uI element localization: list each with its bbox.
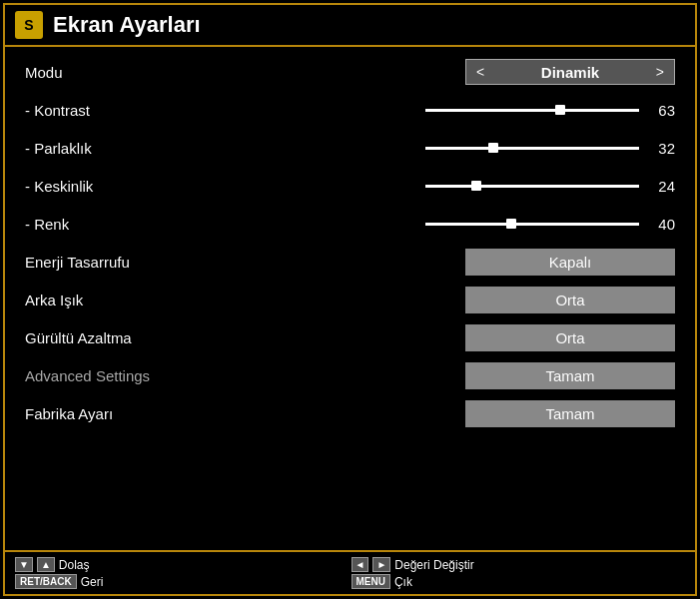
slider-value-keskinlik: 24 (647, 178, 675, 195)
slider-track-keskinlik (425, 185, 639, 188)
title-icon: S (15, 11, 43, 39)
main-window: S Ekran Ayarları Modu<Dinamik>- Kontrast… (3, 3, 697, 596)
selector-value-modu: Dinamik (494, 64, 646, 81)
control-renk: 40 (245, 216, 675, 233)
control-enerji[interactable]: Kapalı (245, 249, 675, 276)
label-kontrast: - Kontrast (25, 102, 245, 119)
slider-thumb-renk (506, 219, 516, 229)
chevron-left-icon[interactable]: < (466, 60, 494, 84)
row-arka-isik: Arka IşıkOrta (25, 283, 675, 316)
control-parlaklik: 32 (245, 140, 675, 157)
label-enerji: Enerji Tasarrufu (25, 254, 245, 271)
footer-item-navigate: ▼▲Dolaş (15, 557, 350, 572)
slider-thumb-kontrast (555, 105, 565, 115)
slider-value-renk: 40 (647, 216, 675, 233)
button-advanced[interactable]: Tamam (465, 362, 675, 389)
footer-label-menu: Çık (394, 575, 412, 589)
label-parlaklik: - Parlaklık (25, 140, 245, 157)
button-fabrika[interactable]: Tamam (465, 400, 675, 427)
footer-item-change: ◄►Değeri Değiştir (351, 557, 686, 572)
key-up-icon: ▲ (37, 557, 55, 572)
label-modu: Modu (25, 64, 245, 81)
footer-label-back: Geri (81, 575, 104, 589)
key-menu: MENU (351, 574, 390, 589)
label-fabrika: Fabrika Ayarı (25, 405, 245, 422)
key-right-icon: ► (372, 557, 390, 572)
slider-value-kontrast: 63 (647, 102, 675, 119)
row-renk: - Renk40 (25, 207, 675, 241)
slider-renk[interactable]: 40 (425, 216, 675, 233)
control-arka-isik[interactable]: Orta (245, 287, 675, 313)
row-advanced: Advanced SettingsTamam (25, 358, 675, 392)
control-fabrika[interactable]: Tamam (245, 400, 675, 427)
label-arka-isik: Arka Işık (25, 292, 245, 308)
slider-thumb-parlaklik (488, 143, 498, 153)
row-kontrast: - Kontrast63 (25, 93, 675, 127)
key-left-icon: ◄ (351, 557, 369, 572)
title-bar: S Ekran Ayarları (5, 5, 695, 47)
button-arka-isik[interactable]: Orta (465, 287, 675, 313)
row-enerji: Enerji TasarrufuKapalı (25, 245, 675, 279)
control-gurultu[interactable]: Orta (245, 324, 675, 351)
label-advanced: Advanced Settings (25, 367, 245, 384)
settings-content: Modu<Dinamik>- Kontrast63- Parlaklık32- … (5, 47, 695, 550)
slider-keskinlik[interactable]: 24 (425, 178, 675, 195)
page-title: Ekran Ayarları (53, 12, 201, 38)
chevron-right-icon[interactable]: > (646, 60, 674, 84)
key-down-icon: ▼ (15, 557, 33, 572)
label-gurultu: Gürültü Azaltma (25, 329, 245, 346)
control-keskinlik: 24 (245, 178, 675, 195)
control-kontrast: 63 (245, 102, 675, 119)
row-parlaklik: - Parlaklık32 (25, 131, 675, 165)
row-fabrika: Fabrika AyarıTamam (25, 396, 675, 430)
slider-thumb-keskinlik (471, 181, 481, 191)
footer-item-menu: MENUÇık (351, 574, 686, 589)
button-gurultu[interactable]: Orta (465, 324, 675, 351)
button-enerji[interactable]: Kapalı (465, 249, 675, 276)
slider-track-renk (425, 223, 639, 226)
slider-value-parlaklik: 32 (647, 140, 675, 157)
control-advanced[interactable]: Tamam (245, 362, 675, 389)
key-back: RET/BACK (15, 574, 77, 589)
footer-label-change: Değeri Değiştir (394, 558, 473, 572)
slider-track-kontrast (425, 109, 639, 112)
slider-kontrast[interactable]: 63 (425, 102, 675, 119)
footer-item-back: RET/BACKGeri (15, 574, 350, 589)
control-modu[interactable]: <Dinamik> (245, 59, 675, 85)
selector-modu[interactable]: <Dinamik> (465, 59, 675, 85)
slider-track-parlaklik (425, 147, 639, 150)
row-keskinlik: - Keskinlik24 (25, 169, 675, 203)
row-modu: Modu<Dinamik> (25, 55, 675, 89)
row-gurultu: Gürültü AzaltmaOrta (25, 320, 675, 354)
label-renk: - Renk (25, 216, 245, 233)
slider-parlaklik[interactable]: 32 (425, 140, 675, 157)
footer-label-navigate: Dolaş (59, 558, 90, 572)
footer: ▼▲Dolaş◄►Değeri DeğiştirRET/BACKGeriMENU… (5, 550, 695, 594)
label-keskinlik: - Keskinlik (25, 178, 245, 195)
